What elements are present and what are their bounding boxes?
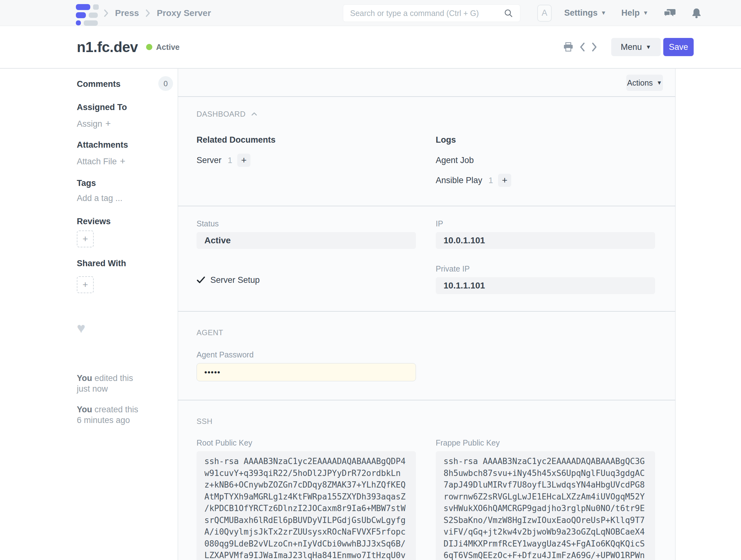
ansible-play-link-row: Ansible Play 1 +: [436, 173, 655, 187]
chevron-down-icon: ▼: [643, 10, 649, 16]
breadcrumb-item-press[interactable]: Press: [115, 8, 139, 18]
frappe-public-key-label: Frappe Public Key: [436, 438, 655, 447]
edited-by: You: [77, 373, 92, 383]
save-button[interactable]: Save: [663, 38, 694, 56]
reviews-label: Reviews: [77, 217, 111, 227]
actions-button[interactable]: Actions ▼: [626, 75, 663, 91]
save-button-label: Save: [669, 42, 688, 52]
menu-button-label: Menu: [621, 42, 642, 52]
logo-shape: [76, 12, 86, 18]
prev-document-icon[interactable]: [579, 42, 586, 52]
status-field-label: Status: [197, 219, 416, 228]
agent-job-link[interactable]: Agent Job: [436, 155, 474, 165]
logo-shape: [76, 4, 90, 10]
server-setup-checkbox-row[interactable]: Server Setup: [197, 266, 416, 294]
private-ip-field-label: Private IP: [436, 264, 655, 273]
edited-when: just now: [77, 384, 108, 393]
actions-row: Actions ▼: [178, 69, 675, 97]
frappe-public-key-field: Frappe Public Key ssh-rsa AAAAB3NzaC1yc2…: [436, 438, 655, 560]
ansible-play-link[interactable]: Ansible Play: [436, 176, 482, 185]
edited-action: edited this: [92, 373, 133, 383]
navbar: Press Proxy Server A Settings ▼ Help ▼: [0, 0, 741, 26]
add-ansible-play-button[interactable]: +: [498, 174, 511, 187]
add-server-button[interactable]: +: [237, 153, 251, 167]
settings-menu[interactable]: Settings ▼: [564, 8, 606, 18]
menu-button[interactable]: Menu ▼: [611, 38, 661, 56]
add-tag-button[interactable]: Add a tag ...: [77, 193, 123, 203]
ip-field-label: IP: [436, 219, 655, 228]
logo-shape: [76, 20, 81, 25]
agent-section: AGENT Agent Password •••••: [178, 312, 675, 400]
page-head: n1.fc.dev Active Menu ▼ Save: [0, 26, 741, 69]
status-section: Status Active IP 10.0.1.101 Server Setup…: [178, 206, 675, 312]
server-count: 1: [228, 155, 232, 165]
breadcrumb-item-proxy-server[interactable]: Proxy Server: [157, 8, 211, 18]
assign-button[interactable]: Assign+: [77, 118, 111, 129]
tags-label: Tags: [77, 178, 96, 188]
navbar-right: A Settings ▼ Help ▼: [537, 0, 702, 26]
chevron-down-icon: ▼: [657, 80, 662, 86]
add-share-button[interactable]: +: [77, 276, 94, 293]
dashboard-section: DASHBOARD Related Documents Server 1 + L…: [178, 97, 675, 206]
server-setup-label: Server Setup: [210, 275, 260, 285]
settings-label: Settings: [564, 8, 598, 18]
root-public-key-textarea[interactable]: ssh-rsa AAAAB3NzaC1yc2EAAAADAQABAAABgQDP…: [197, 451, 416, 560]
user-avatar[interactable]: A: [537, 5, 552, 22]
actions-button-label: Actions: [627, 78, 653, 87]
notifications-bell-icon[interactable]: [691, 7, 702, 19]
logo-shape: [84, 20, 98, 26]
plus-icon: +: [82, 234, 88, 244]
search-input[interactable]: [350, 9, 504, 18]
print-icon[interactable]: [563, 42, 574, 52]
edited-info: You edited this just now: [77, 373, 158, 394]
shared-with-label: Shared With: [77, 259, 126, 268]
attach-file-button[interactable]: Attach File+: [77, 156, 125, 167]
chevron-right-icon: [104, 8, 109, 18]
plus-icon: +: [120, 156, 126, 166]
breadcrumb: Press Proxy Server: [104, 0, 211, 26]
page-title: n1.fc.dev: [77, 39, 138, 56]
attachments-label: Attachments: [77, 140, 128, 150]
search-icon: [504, 8, 513, 18]
help-label: Help: [621, 8, 640, 18]
root-public-key-label: Root Public Key: [197, 438, 416, 447]
frappe-public-key-textarea[interactable]: ssh-rsa AAAAB3NzaC1yc2EAAAADAQABAAABgQC3…: [436, 451, 655, 560]
chat-icon[interactable]: [664, 7, 676, 19]
agent-password-label: Agent Password: [197, 350, 663, 359]
created-info: You created this 6 minutes ago: [77, 404, 158, 426]
server-link[interactable]: Server: [197, 155, 222, 165]
content-area: Comments 0 Assigned To Assign+ Attachmen…: [0, 69, 741, 560]
private-ip-field: Private IP 10.1.1.101: [436, 264, 655, 294]
ansible-play-count: 1: [489, 176, 493, 185]
server-link-row: Server 1 +: [197, 153, 416, 167]
next-document-icon[interactable]: [591, 42, 597, 52]
logs-label: Logs: [436, 134, 655, 145]
collapse-chevron-up-icon[interactable]: [251, 112, 258, 117]
form-panel: Actions ▼ DASHBOARD Related Documents Se…: [178, 69, 675, 560]
comments-section-label[interactable]: Comments: [77, 79, 121, 89]
help-menu[interactable]: Help ▼: [621, 8, 648, 18]
plus-icon: +: [105, 118, 111, 129]
created-action: created this: [92, 405, 138, 414]
related-documents-column: Related Documents Server 1 +: [197, 134, 416, 187]
add-review-button[interactable]: +: [77, 231, 94, 247]
related-documents-label: Related Documents: [197, 134, 416, 145]
logo-shape: [93, 4, 99, 10]
attach-file-label: Attach File: [77, 157, 117, 166]
chevron-down-icon: ▼: [601, 10, 607, 16]
comments-count-badge: 0: [158, 76, 173, 91]
private-ip-field-value: 10.1.1.101: [436, 277, 655, 294]
agent-job-link-row: Agent Job: [436, 153, 655, 167]
status-field: Status Active: [197, 219, 416, 249]
dashboard-section-label: DASHBOARD: [197, 110, 246, 119]
status-indicator-dot: [146, 44, 152, 50]
ip-field: IP 10.0.1.101: [436, 219, 655, 249]
like-heart-icon[interactable]: ♥: [77, 321, 85, 335]
logs-column: Logs Agent Job Ansible Play 1 +: [436, 134, 655, 187]
logo-shape: [89, 12, 98, 18]
assigned-to-label: Assigned To: [77, 103, 127, 112]
app-logo[interactable]: [76, 4, 100, 22]
created-by: You: [77, 405, 92, 414]
agent-password-input[interactable]: •••••: [197, 363, 416, 381]
ssh-section: SSH Root Public Key ssh-rsa AAAAB3NzaC1y…: [178, 400, 675, 560]
